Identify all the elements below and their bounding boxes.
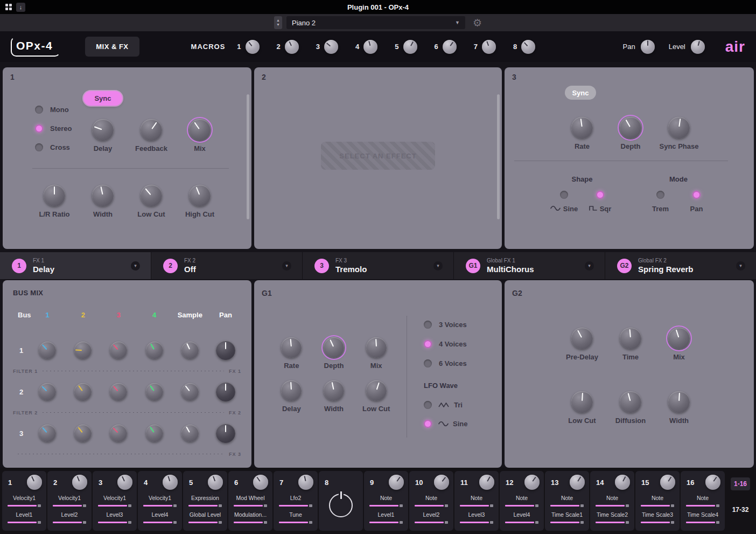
bus3-3-knob[interactable]	[110, 425, 127, 442]
page-tab-17-32[interactable]: 17-32	[729, 503, 752, 516]
mod-amount-slider[interactable]	[234, 521, 267, 524]
option-trem[interactable]: Trem	[642, 191, 678, 213]
mod-amount-slider[interactable]	[686, 521, 719, 524]
chevron-down-icon[interactable]: ▾	[736, 261, 745, 271]
mod-amount-slider[interactable]	[279, 521, 312, 524]
chevron-down-icon[interactable]: ▾	[282, 261, 291, 271]
spinner-up-icon[interactable]: ▲	[276, 18, 280, 23]
mod-amount-slider[interactable]	[415, 504, 448, 507]
option-tri[interactable]: Tri	[424, 401, 467, 409]
page-tab-1-16[interactable]: 1-16	[731, 477, 750, 490]
fx-tab-delay[interactable]: 1FX 1Delay▾	[0, 252, 151, 279]
option-mono[interactable]: Mono	[35, 106, 72, 114]
slot-15-knob[interactable]	[660, 475, 675, 490]
l-r-ratio-knob[interactable]	[44, 185, 65, 206]
macro-knob-4[interactable]	[363, 40, 377, 54]
mod-amount-slider[interactable]	[143, 521, 177, 524]
slot-11-knob[interactable]	[479, 475, 494, 490]
mod-amount-slider[interactable]	[98, 504, 131, 507]
gear-icon[interactable]: ⚙	[473, 17, 482, 29]
radio-trem[interactable]	[656, 191, 664, 199]
delay-knob[interactable]	[92, 119, 114, 141]
mix-fx-page-button[interactable]: MIX & FX	[85, 37, 139, 57]
bus2-sample-knob[interactable]	[181, 383, 199, 400]
low-cut-knob[interactable]	[141, 185, 162, 206]
option-pan[interactable]: Pan	[678, 191, 715, 213]
slot-7-knob[interactable]	[298, 475, 313, 490]
mix-knob[interactable]	[189, 119, 211, 141]
width-knob[interactable]	[92, 185, 114, 206]
fx-tab-spring-reverb[interactable]: G2Global FX 2Spring Reverb▾	[605, 252, 756, 279]
panel-scrollbar[interactable]	[247, 94, 249, 219]
download-icon[interactable]: ↓	[16, 3, 25, 12]
slot-5-knob[interactable]	[208, 475, 223, 490]
mod-amount-slider[interactable]	[415, 521, 448, 524]
radio-sine[interactable]	[560, 191, 568, 199]
slot-3-knob[interactable]	[117, 475, 132, 490]
slot-1-knob[interactable]	[27, 475, 42, 490]
radio-4-voices[interactable]	[424, 340, 432, 348]
radio-sine[interactable]	[424, 420, 432, 428]
slot-13-knob[interactable]	[570, 475, 585, 490]
mod-amount-slider[interactable]	[686, 504, 719, 507]
power-button[interactable]	[329, 494, 353, 517]
macro-knob-2[interactable]	[285, 40, 299, 54]
apps-grid-icon[interactable]	[5, 4, 12, 10]
option-6-voices[interactable]: 6 Voices	[424, 359, 467, 367]
fx-tab-tremolo[interactable]: 3FX 3Tremolo▾	[303, 252, 454, 279]
mod-amount-slider[interactable]	[8, 521, 41, 524]
slot-9-knob[interactable]	[389, 475, 404, 490]
bus1-3-knob[interactable]	[110, 342, 127, 359]
select-effect-button[interactable]: SELECT AN EFFECT	[321, 142, 435, 170]
macro-knob-8[interactable]	[521, 40, 535, 54]
sync-phase-knob[interactable]	[668, 117, 690, 138]
slot-10-knob[interactable]	[434, 475, 449, 490]
radio-sqr[interactable]	[596, 191, 604, 199]
slot-6-knob[interactable]	[253, 475, 268, 490]
mod-amount-slider[interactable]	[53, 521, 86, 524]
spinner-down-icon[interactable]: ▼	[276, 23, 280, 27]
macro-knob-7[interactable]	[482, 40, 496, 54]
pan-knob[interactable]	[641, 40, 655, 54]
radio-mono[interactable]	[35, 106, 43, 114]
option-3-voices[interactable]: 3 Voices	[424, 321, 467, 329]
mod-amount-slider[interactable]	[188, 504, 222, 507]
bus3-pan-knob[interactable]	[216, 424, 235, 443]
preset-spinner[interactable]: ▲ ▼	[274, 16, 282, 29]
diffusion-knob[interactable]	[620, 391, 641, 413]
sync-button[interactable]: Sync	[565, 86, 596, 100]
mod-amount-slider[interactable]	[8, 504, 41, 507]
width-knob[interactable]	[668, 391, 690, 413]
bus3-2-knob[interactable]	[74, 425, 92, 442]
bus1-2-knob[interactable]	[74, 342, 92, 359]
radio-6-voices[interactable]	[424, 359, 432, 367]
mod-amount-slider[interactable]	[143, 504, 177, 507]
slot-2-knob[interactable]	[72, 475, 87, 490]
option-sqr[interactable]: Sqr	[582, 191, 618, 213]
option-sine[interactable]: Sine	[546, 191, 582, 213]
depth-knob[interactable]	[620, 117, 641, 138]
chevron-down-icon[interactable]: ▾	[585, 261, 594, 271]
low-cut-knob[interactable]	[366, 380, 387, 401]
radio-stereo[interactable]	[35, 124, 43, 133]
bus2-4-knob[interactable]	[146, 383, 163, 400]
panel-scrollbar[interactable]	[497, 94, 500, 219]
macro-knob-1[interactable]	[246, 40, 260, 54]
mod-amount-slider[interactable]	[369, 504, 403, 507]
macro-knob-3[interactable]	[324, 40, 338, 54]
slot-16-knob[interactable]	[705, 475, 720, 490]
bus1-sample-knob[interactable]	[181, 342, 199, 359]
bus3-4-knob[interactable]	[146, 425, 163, 442]
option-stereo[interactable]: Stereo	[35, 124, 72, 133]
preset-selector[interactable]: Piano 2 ▼	[286, 16, 465, 29]
mod-amount-slider[interactable]	[188, 521, 222, 524]
bus3-1-knob[interactable]	[39, 425, 56, 442]
time-knob[interactable]	[620, 328, 641, 349]
bus1-4-knob[interactable]	[146, 342, 163, 359]
bus2-2-knob[interactable]	[74, 383, 92, 400]
slot-14-knob[interactable]	[615, 475, 630, 490]
macro-knob-6[interactable]	[443, 40, 457, 54]
bus1-pan-knob[interactable]	[216, 341, 235, 360]
slot-12-knob[interactable]	[524, 475, 540, 490]
macro-knob-5[interactable]	[403, 40, 417, 54]
